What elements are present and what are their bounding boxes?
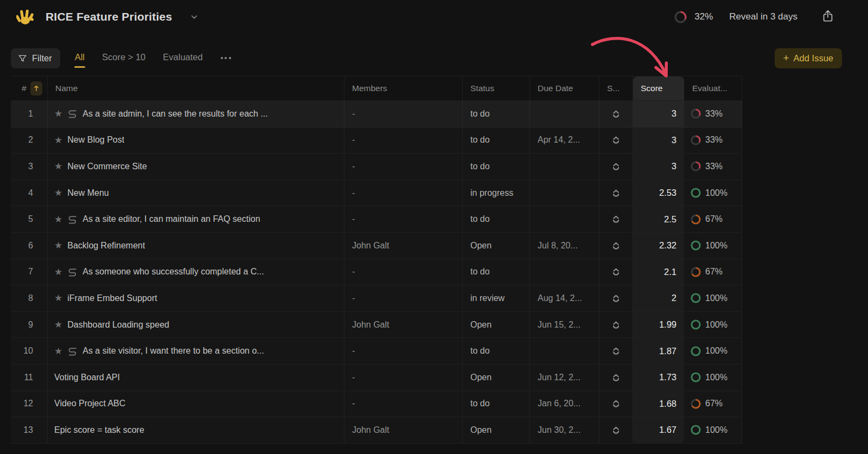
due-date-value[interactable] (530, 338, 599, 364)
members-value[interactable]: - (344, 154, 463, 180)
sync-cell[interactable] (599, 417, 633, 443)
status-value[interactable]: to do (463, 127, 530, 154)
column-header-evaluation[interactable]: Evaluat... (685, 76, 742, 100)
name-cell[interactable]: ★ As someone who successfully completed … (48, 259, 344, 285)
table-row[interactable]: 12 ★ Video Project ABC - to do Jan 6, 20… (11, 391, 742, 418)
sync-cell[interactable] (599, 127, 633, 154)
evaluation-cell[interactable]: 100% (685, 365, 742, 391)
sync-cell[interactable] (599, 101, 633, 127)
score-value[interactable]: 3 (633, 101, 684, 127)
status-value[interactable]: in progress (463, 180, 530, 206)
due-date-value[interactable]: Jul 8, 20... (530, 233, 599, 259)
table-row[interactable]: 10 ★ As a site visitor, I want there to … (11, 338, 742, 365)
evaluation-cell[interactable]: 100% (685, 180, 742, 206)
status-value[interactable]: to do (463, 154, 530, 180)
name-cell[interactable]: ★ New Blog Post (48, 127, 344, 154)
tab-score-gt-10[interactable]: Score > 10 (101, 49, 146, 68)
reveal-progress-ring[interactable] (674, 11, 687, 23)
column-header-due-date[interactable]: Due Date (530, 76, 599, 100)
chevron-down-icon[interactable] (190, 13, 198, 21)
members-value[interactable]: John Galt (344, 233, 463, 259)
sync-cell[interactable] (599, 206, 633, 232)
members-value[interactable]: John Galt (344, 312, 463, 338)
table-row[interactable]: 3 ★ New Commerce Site - to do 3 33% (11, 154, 742, 180)
due-date-value[interactable] (530, 180, 599, 206)
column-header-members[interactable]: Members (344, 76, 463, 100)
due-date-value[interactable] (530, 259, 599, 285)
due-date-value[interactable] (530, 101, 599, 127)
score-value[interactable]: 1.87 (633, 338, 684, 364)
status-value[interactable]: to do (463, 206, 530, 232)
sync-cell[interactable] (599, 154, 633, 180)
score-value[interactable]: 1.73 (633, 365, 684, 391)
score-value[interactable]: 2.53 (633, 180, 684, 206)
evaluation-cell[interactable]: 100% (685, 417, 742, 443)
due-date-value[interactable]: Jun 30, 2... (530, 417, 599, 443)
evaluation-cell[interactable]: 33% (685, 127, 742, 154)
name-cell[interactable]: ★ iFrame Embed Support (48, 285, 344, 311)
members-value[interactable]: - (344, 259, 463, 285)
members-value[interactable]: - (344, 127, 463, 154)
star-icon[interactable]: ★ (54, 347, 62, 356)
table-row[interactable]: 2 ★ New Blog Post - to do Apr 14, 2... 3… (11, 127, 742, 154)
status-value[interactable]: Open (463, 233, 530, 259)
members-value[interactable]: - (344, 338, 463, 364)
evaluation-cell[interactable]: 33% (685, 154, 742, 180)
tab-all[interactable]: All (74, 49, 85, 68)
members-value[interactable]: - (344, 180, 463, 206)
star-icon[interactable]: ★ (54, 293, 62, 303)
score-value[interactable]: 1.99 (633, 312, 684, 338)
status-value[interactable]: Open (463, 365, 530, 391)
members-value[interactable]: - (344, 206, 463, 232)
due-date-value[interactable] (530, 154, 599, 180)
score-value[interactable]: 1.68 (633, 391, 684, 417)
status-value[interactable]: Open (463, 417, 530, 443)
add-issue-button[interactable]: + Add Issue (775, 48, 843, 68)
due-date-value[interactable] (530, 206, 599, 232)
sync-cell[interactable] (599, 312, 633, 338)
table-row[interactable]: 13 ★ Epic score = task score John Galt O… (11, 417, 742, 444)
column-header-score[interactable]: Score (633, 76, 684, 100)
due-date-value[interactable]: Aug 14, 2... (530, 285, 599, 311)
table-row[interactable]: 7 ★ As someone who successfully complete… (11, 259, 742, 286)
tab-evaluated[interactable]: Evaluated (162, 49, 203, 68)
evaluation-cell[interactable]: 100% (685, 285, 742, 311)
star-icon[interactable]: ★ (54, 109, 62, 118)
name-cell[interactable]: ★ As a site editor, I can maintain an FA… (48, 206, 344, 232)
score-value[interactable]: 1.67 (633, 417, 684, 443)
evaluation-cell[interactable]: 100% (685, 312, 742, 338)
status-value[interactable]: in review (463, 285, 530, 311)
members-value[interactable]: - (344, 365, 463, 391)
star-icon[interactable]: ★ (54, 162, 62, 171)
score-value[interactable]: 2.5 (633, 206, 684, 232)
column-header-sync[interactable]: S... (599, 76, 633, 100)
more-filters-icon[interactable] (218, 54, 234, 62)
due-date-value[interactable]: Jun 12, 2... (530, 365, 599, 391)
table-row[interactable]: 5 ★ As a site editor, I can maintain an … (11, 206, 742, 233)
due-date-value[interactable]: Jun 15, 2... (530, 312, 599, 338)
sync-cell[interactable] (599, 285, 633, 311)
status-value[interactable]: to do (463, 101, 530, 127)
star-icon[interactable]: ★ (54, 188, 62, 197)
table-row[interactable]: 8 ★ iFrame Embed Support - in review Aug… (11, 285, 742, 312)
sync-cell[interactable] (599, 365, 633, 391)
evaluation-cell[interactable]: 100% (685, 338, 742, 364)
sync-cell[interactable] (599, 233, 633, 259)
sync-cell[interactable] (599, 391, 633, 417)
column-header-status[interactable]: Status (463, 76, 530, 100)
star-icon[interactable]: ★ (54, 215, 62, 224)
name-cell[interactable]: ★ As a site admin, I can see the results… (48, 101, 344, 127)
sync-cell[interactable] (599, 259, 633, 285)
members-value[interactable]: - (344, 101, 463, 127)
members-value[interactable]: John Galt (344, 417, 463, 443)
name-cell[interactable]: ★ Voting Board API (48, 365, 344, 391)
column-header-name[interactable]: Name (48, 76, 344, 100)
star-icon[interactable]: ★ (54, 136, 62, 145)
table-row[interactable]: 1 ★ As a site admin, I can see the resul… (11, 101, 742, 127)
name-cell[interactable]: ★ Epic score = task score (48, 417, 344, 443)
due-date-value[interactable]: Jan 6, 20... (530, 391, 599, 417)
star-icon[interactable]: ★ (54, 320, 62, 329)
name-cell[interactable]: ★ Backlog Refinement (48, 233, 344, 259)
score-value[interactable]: 2.1 (633, 259, 684, 285)
table-row[interactable]: 9 ★ Dashboard Loading speed John Galt Op… (11, 312, 742, 338)
